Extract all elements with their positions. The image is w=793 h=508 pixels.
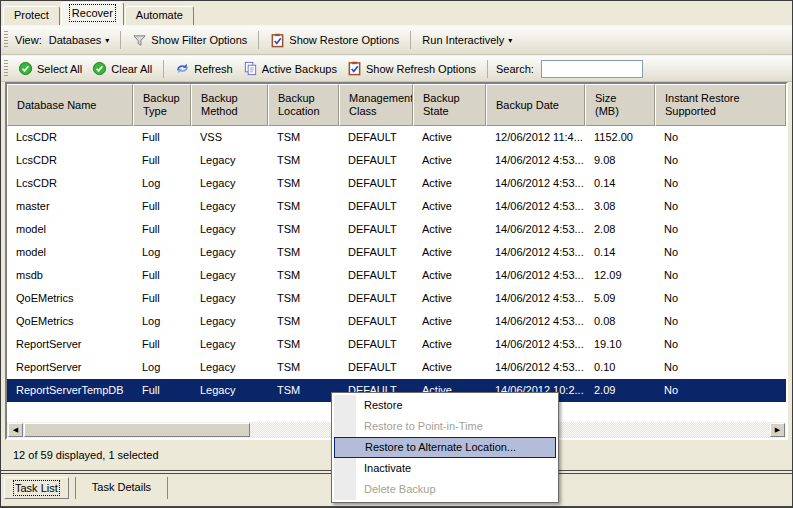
table-cell[interactable]: DEFAULT (339, 356, 413, 379)
table-cell[interactable]: ReportServer (7, 333, 133, 356)
column-header[interactable]: Backup Date (486, 84, 585, 126)
column-header[interactable]: Database Name (7, 84, 133, 126)
table-cell[interactable]: Full (133, 149, 191, 172)
table-cell[interactable]: LcsCDR (7, 149, 133, 172)
table-cell[interactable]: 0.14 (585, 241, 655, 264)
table-cell[interactable]: 2.08 (585, 218, 655, 241)
toolbar-grip[interactable] (4, 31, 8, 49)
table-cell[interactable]: Active (413, 172, 486, 195)
scroll-right-button[interactable]: ▶ (770, 423, 785, 437)
table-cell[interactable]: DEFAULT (339, 172, 413, 195)
table-cell[interactable]: master (7, 195, 133, 218)
table-cell[interactable]: 0.10 (585, 356, 655, 379)
table-row[interactable]: QoEMetricsLogLegacyTSMDEFAULTActive14/06… (7, 310, 786, 333)
table-cell[interactable]: TSM (268, 149, 339, 172)
table-row[interactable]: LcsCDRLogLegacyTSMDEFAULTActive14/06/201… (7, 172, 786, 195)
table-cell[interactable]: Active (413, 310, 486, 333)
column-header[interactable]: Size (MB) (585, 84, 655, 126)
table-cell[interactable]: 12/06/2012 11:4... (486, 126, 585, 149)
table-cell[interactable]: 14/06/2012 4:53... (486, 195, 585, 218)
table-cell[interactable]: TSM (268, 126, 339, 149)
table-cell[interactable]: TSM (268, 172, 339, 195)
menu-item[interactable]: Restore to Alternate Location... (334, 437, 556, 458)
table-cell[interactable]: DEFAULT (339, 264, 413, 287)
table-cell[interactable]: 14/06/2012 4:53... (486, 218, 585, 241)
table-cell[interactable]: 14/06/2012 4:53... (486, 287, 585, 310)
table-cell[interactable]: Log (133, 310, 191, 333)
table-cell[interactable]: LcsCDR (7, 172, 133, 195)
table-cell[interactable]: model (7, 241, 133, 264)
menu-item[interactable]: Inactivate (334, 458, 556, 479)
show-restore-options-button[interactable]: Show Restore Options (265, 30, 404, 51)
table-cell[interactable]: TSM (268, 195, 339, 218)
table-cell[interactable]: model (7, 218, 133, 241)
table-cell[interactable]: No (655, 264, 786, 287)
table-cell[interactable]: Active (413, 149, 486, 172)
table-cell[interactable]: No (655, 195, 786, 218)
table-cell[interactable]: Legacy (191, 356, 268, 379)
column-header[interactable]: Instant Restore Supported (655, 84, 786, 126)
table-row[interactable]: modelLogLegacyTSMDEFAULTActive14/06/2012… (7, 241, 786, 264)
table-cell[interactable]: Log (133, 241, 191, 264)
table-cell[interactable]: Log (133, 356, 191, 379)
column-header[interactable]: Backup Method (191, 84, 268, 126)
table-cell[interactable]: DEFAULT (339, 241, 413, 264)
table-cell[interactable]: 0.08 (585, 310, 655, 333)
table-row[interactable]: ReportServerLogLegacyTSMDEFAULTActive14/… (7, 356, 786, 379)
table-cell[interactable]: VSS (191, 126, 268, 149)
table-cell[interactable]: Full (133, 195, 191, 218)
table-cell[interactable]: ReportServerTempDB (7, 379, 133, 402)
table-cell[interactable]: No (655, 310, 786, 333)
toolbar-grip[interactable] (4, 60, 8, 78)
table-cell[interactable]: 14/06/2012 4:53... (486, 356, 585, 379)
refresh-button[interactable]: Refresh (170, 58, 238, 79)
table-cell[interactable]: No (655, 126, 786, 149)
active-backups-button[interactable]: Active Backups (238, 58, 342, 79)
select-all-button[interactable]: Select All (13, 58, 87, 79)
table-cell[interactable]: Legacy (191, 241, 268, 264)
table-row[interactable]: ReportServerFullLegacyTSMDEFAULTActive14… (7, 333, 786, 356)
table-row[interactable]: QoEMetricsFullLegacyTSMDEFAULTActive14/0… (7, 287, 786, 310)
table-cell[interactable]: 14/06/2012 4:53... (486, 333, 585, 356)
show-filter-options-button[interactable]: Show Filter Options (127, 30, 252, 51)
table-cell[interactable]: Legacy (191, 264, 268, 287)
table-cell[interactable]: Active (413, 356, 486, 379)
table-row[interactable]: masterFullLegacyTSMDEFAULTActive14/06/20… (7, 195, 786, 218)
table-cell[interactable]: Legacy (191, 333, 268, 356)
show-refresh-options-button[interactable]: Show Refresh Options (342, 58, 481, 79)
table-cell[interactable]: Active (413, 241, 486, 264)
table-cell[interactable]: Legacy (191, 287, 268, 310)
table-cell[interactable]: QoEMetrics (7, 287, 133, 310)
table-cell[interactable]: TSM (268, 218, 339, 241)
table-cell[interactable]: TSM (268, 241, 339, 264)
table-cell[interactable]: Active (413, 218, 486, 241)
bottom-tab-task-list[interactable]: Task List (4, 477, 69, 499)
table-cell[interactable]: Legacy (191, 218, 268, 241)
table-cell[interactable]: 12.09 (585, 264, 655, 287)
table-cell[interactable]: 3.08 (585, 195, 655, 218)
table-cell[interactable]: Active (413, 126, 486, 149)
table-cell[interactable]: 19.10 (585, 333, 655, 356)
table-cell[interactable]: Full (133, 287, 191, 310)
table-row[interactable]: LcsCDRFullVSSTSMDEFAULTActive12/06/2012 … (7, 126, 786, 149)
tab-automate[interactable]: Automate (125, 6, 194, 25)
table-cell[interactable]: 9.08 (585, 149, 655, 172)
table-cell[interactable]: ReportServer (7, 356, 133, 379)
table-cell[interactable]: No (655, 379, 786, 402)
table-cell[interactable]: TSM (268, 310, 339, 333)
table-row[interactable]: LcsCDRFullLegacyTSMDEFAULTActive14/06/20… (7, 149, 786, 172)
tab-recover[interactable]: Recover (61, 2, 124, 25)
tab-protect[interactable]: Protect (3, 6, 60, 25)
table-cell[interactable]: DEFAULT (339, 126, 413, 149)
table-cell[interactable]: QoEMetrics (7, 310, 133, 333)
scroll-left-button[interactable]: ◀ (8, 423, 23, 437)
table-cell[interactable]: TSM (268, 356, 339, 379)
table-row[interactable]: msdbFullLegacyTSMDEFAULTActive14/06/2012… (7, 264, 786, 287)
table-cell[interactable]: DEFAULT (339, 218, 413, 241)
table-cell[interactable]: No (655, 287, 786, 310)
table-cell[interactable]: Active (413, 287, 486, 310)
table-cell[interactable]: No (655, 218, 786, 241)
table-cell[interactable]: DEFAULT (339, 333, 413, 356)
column-header[interactable]: Backup Type (133, 84, 191, 126)
table-cell[interactable]: Full (133, 333, 191, 356)
